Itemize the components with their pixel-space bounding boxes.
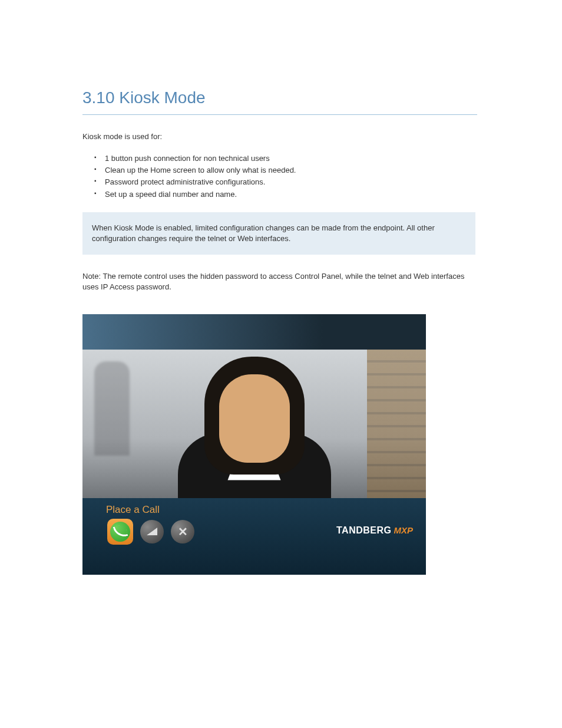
video-control-panel: Place a Call ✕ TANDBERG MXP: [82, 498, 426, 575]
background-figure: [94, 361, 130, 456]
instruction-list: 1 button push connection for non technic…: [94, 153, 482, 200]
callout-box: When Kiosk Mode is enabled, limited conf…: [82, 212, 475, 255]
close-icon: ✕: [178, 525, 188, 539]
control-bar: ✕: [107, 519, 194, 545]
brand-main: TANDBERG: [336, 525, 391, 536]
list-item: Clean up the Home screen to allow only w…: [94, 164, 482, 176]
note-text: Note: The remote control uses the hidden…: [82, 271, 468, 292]
list-item: 1 button push connection for non technic…: [94, 153, 482, 164]
person-figure: [172, 351, 337, 498]
brand-logo: TANDBERG MXP: [336, 525, 413, 536]
section-title: 3.10 Kiosk Mode: [82, 88, 482, 107]
place-call-label: Place a Call: [106, 504, 160, 516]
brand-sub: MXP: [394, 525, 413, 535]
title-divider: [82, 114, 477, 115]
background-stairs: [367, 350, 426, 498]
volume-button[interactable]: [140, 520, 164, 543]
volume-icon: [147, 528, 157, 535]
video-content: [82, 350, 426, 498]
phone-icon: [113, 524, 128, 539]
video-top-bar: [82, 314, 426, 350]
close-button[interactable]: ✕: [171, 520, 194, 543]
list-item: Password protect administrative configur…: [94, 176, 482, 188]
list-item: Set up a speed dial number and name.: [94, 189, 482, 200]
intro-text: Kiosk mode is used for:: [82, 131, 482, 142]
place-call-button[interactable]: [107, 519, 133, 545]
video-frame: Place a Call ✕ TANDBERG MXP: [82, 314, 426, 575]
